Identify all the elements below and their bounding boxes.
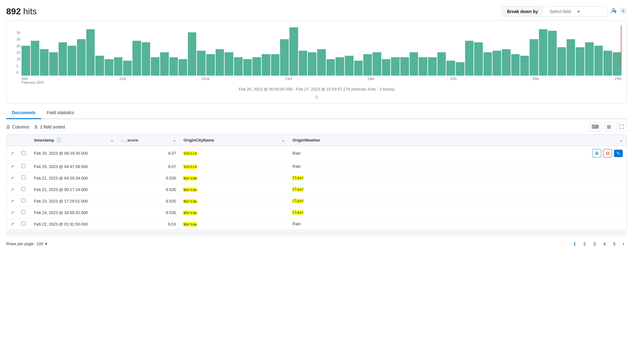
- city-sort-chevron[interactable]: ⌄: [282, 138, 285, 142]
- rows-per-page-control[interactable]: Rows per page: 100 ▾: [6, 241, 47, 246]
- weather-highlight: Clear: [293, 210, 304, 215]
- row-checkbox[interactable]: [21, 175, 26, 180]
- prev-page-button[interactable]: ‹: [562, 239, 569, 248]
- chart-bar: [262, 54, 270, 76]
- chart-bar: [567, 39, 575, 76]
- weather-sort-chevron[interactable]: ⌄: [619, 138, 623, 142]
- city-highlight: Warsaw: [183, 188, 197, 192]
- expand-icon[interactable]: ↗: [10, 164, 14, 169]
- table-view-button[interactable]: ⊞: [604, 122, 614, 131]
- row-checkbox[interactable]: [21, 198, 26, 203]
- timestamp-cell: Feb 23, 2023 @ 17:29:01.000: [30, 195, 117, 207]
- tabs: Documents Field statistics: [6, 107, 627, 119]
- score-cell: 8.07: [117, 146, 180, 161]
- toolbar-left: ☰ Columns ⇅ 1 field sorted: [6, 124, 65, 129]
- city-highlight: Warsaw: [183, 211, 197, 215]
- city-cell: Warsaw: [180, 218, 289, 230]
- sort-button[interactable]: ⇅ 1 field sorted: [34, 124, 65, 129]
- city-cell: Warsaw: [180, 172, 289, 184]
- chart-bar: [151, 57, 159, 76]
- city-cell: Venice: [180, 161, 289, 172]
- expand-icon[interactable]: ↗: [10, 222, 14, 226]
- rows-per-page-label: Rows per page:: [6, 241, 35, 246]
- city-cell: Warsaw: [180, 207, 289, 218]
- hits-label: hits: [23, 7, 37, 16]
- row-actions: ⊕ ⊖ ✎: [592, 149, 623, 157]
- clock-icon: 🕐: [56, 138, 61, 142]
- expand-icon[interactable]: ↗: [10, 198, 14, 203]
- chart-bar: [317, 49, 326, 76]
- chart-bar: [169, 57, 178, 76]
- sort-icon: ⇅: [34, 124, 38, 129]
- chart-bar: [326, 59, 335, 76]
- expand-icon[interactable]: ↗: [10, 210, 14, 215]
- timestamp-label: timestamp: [34, 138, 54, 142]
- timestamp-sort-chevron[interactable]: ⌄: [110, 138, 114, 142]
- expand-icon[interactable]: ↗: [10, 175, 14, 180]
- next-page-button[interactable]: ›: [620, 239, 627, 248]
- tab-documents[interactable]: Documents: [6, 107, 41, 119]
- page-1-button[interactable]: 1: [570, 240, 579, 248]
- page-5-button[interactable]: 5: [610, 240, 619, 248]
- chart-bar: [594, 46, 603, 76]
- edit-button[interactable]: ✎: [614, 150, 623, 157]
- fullscreen-button[interactable]: ⛶: [616, 122, 627, 131]
- table-body: ↗ Feb 20, 2023 @ 08:19:35.000 8.07 Venic…: [7, 146, 626, 230]
- tab-field-statistics[interactable]: Field statistics: [41, 107, 80, 119]
- table-header-row: timestamp 🕐 ⌄ ↓ _score ⌄: [7, 135, 626, 146]
- row-checkbox[interactable]: [21, 151, 26, 155]
- score-cell: 6.53: [117, 218, 180, 230]
- time-range-text: Feb 20, 2023 @ 00:00:00.000 - Feb 27, 20…: [12, 87, 621, 91]
- chart-bar: [373, 52, 381, 76]
- chevron-down-icon: ▾: [578, 9, 603, 14]
- weather-label: OriginWeather: [293, 138, 320, 142]
- city-highlight: Warsaw: [183, 176, 197, 180]
- col-weather-header[interactable]: OriginWeather ⌄: [289, 135, 626, 146]
- chart-bar: [197, 51, 206, 76]
- page-3-button[interactable]: 3: [590, 240, 599, 248]
- chart-bar: [21, 46, 30, 76]
- keyboard-view-button[interactable]: ⌨: [589, 122, 602, 131]
- columns-button[interactable]: ☰ Columns: [6, 124, 29, 129]
- table-row: ↗ Feb 22, 2023 @ 01:31:50.000 6.53 Warsa…: [7, 218, 626, 230]
- chart-bar: [428, 57, 437, 76]
- chart-bar: [188, 32, 197, 76]
- settings-icon[interactable]: [620, 7, 627, 16]
- row-checkbox[interactable]: [21, 164, 26, 168]
- chart-bar: [483, 52, 492, 76]
- checkbox-cell: [18, 161, 30, 172]
- breakdown-select[interactable]: Select field ▾: [545, 6, 607, 17]
- data-table-wrapper: timestamp 🕐 ⌄ ↓ _score ⌄: [6, 135, 627, 230]
- weather-value: Rain: [293, 222, 301, 226]
- row-checkbox[interactable]: [21, 222, 26, 226]
- col-timestamp-header[interactable]: timestamp 🕐 ⌄: [30, 135, 117, 146]
- weather-cell: Rain: [289, 218, 626, 229]
- hits-count: 892 hits: [6, 7, 37, 16]
- expand-cell: ↗: [7, 146, 18, 161]
- col-city-header[interactable]: OriginCityName ⌄: [180, 135, 289, 146]
- chart-bar: [400, 57, 409, 76]
- row-checkbox[interactable]: [21, 187, 26, 191]
- row-checkbox[interactable]: [21, 210, 26, 214]
- drag-handle[interactable]: ≡: [12, 94, 621, 100]
- expand-cell: ↗: [7, 207, 18, 218]
- table-toolbar: ☰ Columns ⇅ 1 field sorted ⌨ ⊞ ⛶: [6, 119, 627, 135]
- col-score-header[interactable]: ↓ _score ⌄: [117, 135, 180, 146]
- chart-bar: [465, 41, 474, 76]
- score-sort-chevron[interactable]: ⌄: [173, 138, 176, 142]
- chart-bars: [21, 26, 621, 76]
- user-settings-icon[interactable]: [610, 7, 617, 16]
- header-icons: [610, 7, 627, 16]
- chart-bar: [336, 57, 344, 76]
- expand-icon[interactable]: ↗: [10, 151, 14, 156]
- page-2-button[interactable]: 2: [580, 240, 589, 248]
- horizontal-scrollbar[interactable]: [6, 231, 627, 234]
- chart-bar: [271, 54, 280, 76]
- city-label: OriginCityName: [183, 138, 214, 142]
- page-4-button[interactable]: 4: [600, 240, 609, 248]
- svg-point-2: [622, 10, 624, 12]
- add-filter-button[interactable]: ⊕: [592, 149, 601, 157]
- chart-bar: [280, 39, 289, 76]
- remove-filter-button[interactable]: ⊖: [603, 149, 612, 157]
- expand-icon[interactable]: ↗: [10, 187, 14, 192]
